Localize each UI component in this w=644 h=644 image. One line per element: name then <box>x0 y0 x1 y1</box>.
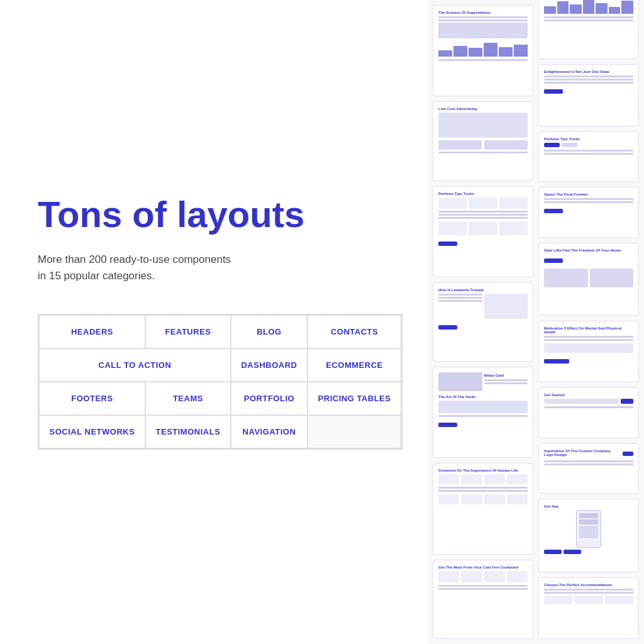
thumb-get-app: Get App <box>538 499 639 572</box>
thumb-get-started: Get Started <box>538 387 639 438</box>
category-dashboard[interactable]: DASHBOARD <box>231 348 308 382</box>
thumb-motivation: Motivation 5 Effect On Mental And Physic… <box>538 321 639 382</box>
thumb-white-gold: White Gold The Art Of The Smile <box>433 367 533 458</box>
thumb-dashboard: Dashboard <box>538 0 639 59</box>
category-headers[interactable]: HEADERS <box>39 315 145 348</box>
right-panel: The Science Of Superstitions Low Cost Ad… <box>428 0 644 644</box>
thumbnail-col-1: The Science Of Superstitions Low Cost Ad… <box>433 5 533 639</box>
thumb-perfume-tips-col1: Perfume Tips Tricks <box>433 186 533 277</box>
category-ecommerce[interactable]: ECOMMERCE <box>308 348 401 382</box>
category-navigation[interactable]: NAVIGATION <box>231 415 308 448</box>
category-blog[interactable]: BLOG <box>231 315 308 348</box>
category-empty <box>308 415 401 448</box>
category-grid: HEADERS FEATURES BLOG CONTACTS CALL TO A… <box>38 314 402 450</box>
thumb-stair-lifts: Stair Lifts Feel The Freedom Of Your Hom… <box>538 243 639 316</box>
category-features[interactable]: FEATURES <box>145 315 231 348</box>
thumb-cast-iron: Get The Most From Your Cast Iron Cookwar… <box>433 560 533 639</box>
category-portfolio[interactable]: PORTFOLIO <box>231 382 308 415</box>
category-contacts[interactable]: CONTACTS <box>308 315 401 348</box>
left-panel: Tons of layouts More than 200 ready-to-u… <box>0 0 428 644</box>
category-testimonials[interactable]: TESTIMONIALS <box>145 415 231 448</box>
thumb-accommodations: Choose The Perfect Accommodations <box>538 577 639 639</box>
category-call-to-action[interactable]: CALL TO ACTION <box>39 348 231 382</box>
category-footers[interactable]: FOOTERS <box>39 382 145 415</box>
thumb-comment-importance: Comment On The Importance Of Human Life <box>433 463 533 554</box>
page-title: Tons of layouts <box>38 194 390 235</box>
category-social-networks[interactable]: SOCIAL NETWORKS <box>39 415 145 448</box>
thumb-science-superstitions: The Science Of Superstitions <box>433 5 533 96</box>
thumb-perfume-tips-col2: Perfume Tips Tricks <box>538 131 639 182</box>
thumb-logo-design: Importance Of The Custom Company Logo De… <box>538 443 639 494</box>
category-pricing-tables[interactable]: PRICING TABLES <box>308 382 401 415</box>
thumb-leukemia: How Is Leukemia Treated <box>433 282 533 362</box>
subtitle: More than 200 ready-to-use components in… <box>38 252 390 284</box>
thumb-space: Space The Final Frontier <box>538 187 639 238</box>
category-teams[interactable]: TEAMS <box>145 382 231 415</box>
thumb-enlightenment: Enlightenment Is Not Just One State <box>538 64 639 126</box>
thumbnail-col-2: Dashboard Enlightenment Is Not Just One … <box>538 0 639 639</box>
thumb-low-cost-advertising: Low Cost Advertising <box>433 101 533 180</box>
